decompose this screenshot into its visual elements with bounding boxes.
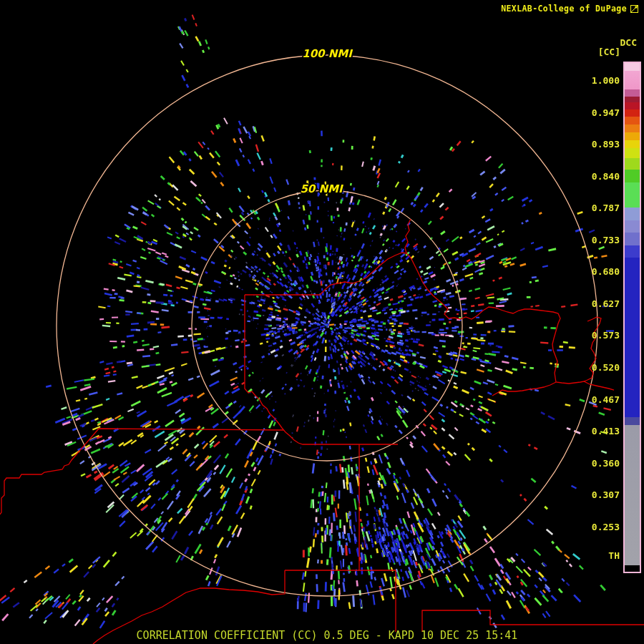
colorbar-tick-label: 0.360 [592, 458, 620, 469]
county-boundary-line [245, 295, 398, 444]
app-title-text: NEXLAB-College of DuPage [501, 4, 627, 14]
county-boundary-line [0, 429, 283, 514]
county-boundary-line [245, 253, 614, 390]
colorbar-threshold-label: TH [608, 550, 620, 561]
colorbar-tick-label: 0.573 [592, 330, 620, 341]
app-title: NEXLAB-College of DuPage [501, 4, 638, 14]
county-boundaries [0, 219, 644, 644]
colorbar-tick-label: 0.787 [592, 203, 620, 213]
colorbar-tick-label: 0.413 [592, 426, 620, 436]
colorbar-units-label: [CC] [598, 47, 620, 57]
colorbar-tick-label: 0.947 [592, 107, 620, 118]
county-boundary-line [492, 382, 556, 396]
radar-display: 100 NMI 50 NMI NEXLAB-College of DuPage … [0, 0, 644, 644]
range-ring-100nmi [57, 55, 597, 596]
status-bar: CORRELATION COEFFICIENT (CC) 0.5 DEG - K… [137, 629, 518, 642]
colorbar-tick-label: 1.000 [592, 75, 620, 86]
colorbar-product-label: DCC [620, 37, 637, 48]
map-overlay [0, 0, 644, 644]
range-ring-label-100nmi: 100 NMI [302, 47, 352, 60]
colorbar-tick-label: 0.733 [592, 235, 620, 245]
colorbar-tick-label: 0.893 [592, 139, 620, 150]
colorbar-tick-label: 0.253 [592, 522, 620, 532]
colorbar [623, 62, 641, 573]
colorbar-tick-label: 0.840 [592, 171, 620, 182]
range-ring-50nmi [192, 190, 462, 461]
colorbar-tick-label: 0.627 [592, 298, 620, 309]
colorbar-tick-label: 0.467 [592, 394, 620, 405]
range-ring-label-50nmi: 50 NMI [300, 182, 342, 195]
broken-image-icon [630, 5, 638, 13]
colorbar-tick-label: 0.680 [592, 266, 620, 277]
colorbar-tick-label: 0.307 [592, 489, 620, 500]
county-boundary-line [405, 219, 411, 253]
colorbar-tick-label: 0.520 [592, 362, 620, 373]
